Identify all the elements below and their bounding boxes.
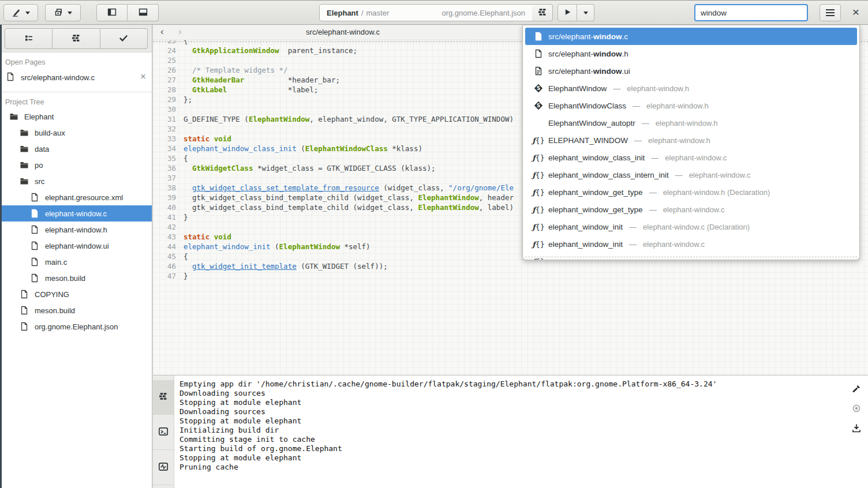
folder-icon <box>20 177 29 186</box>
file-icon <box>20 306 29 315</box>
record-button[interactable] <box>850 402 863 416</box>
search-result-item[interactable]: ElephantWindow_autoptr—elephant-window.h <box>525 114 857 132</box>
log-line: Stopping at module elephant <box>179 398 845 407</box>
search-result-item[interactable]: ƒ{}elephant_window_init—elephant-window.… <box>525 218 857 235</box>
search-result-item[interactable]: ƒ{}elephant_window_class_intern_init—ele… <box>525 166 857 183</box>
code-line-47[interactable]: 47} <box>153 271 868 281</box>
line-number: 37 <box>153 173 184 183</box>
search-result-item[interactable]: ƒ{}ELEPHANT_WINDOW—elephant-window.h <box>525 132 857 149</box>
window-edge <box>0 25 2 488</box>
result-name: elephant_window_init <box>548 240 623 249</box>
result-separator: — <box>649 205 657 214</box>
save-log-button[interactable] <box>850 422 863 436</box>
search-result-item[interactable]: src/elephant-window.c <box>525 28 857 45</box>
result-name: elephant_window_class_init <box>548 153 645 162</box>
tree-item-elephant-window-ui[interactable]: elephant-window.ui <box>0 238 152 254</box>
tree-item-meson-build[interactable]: meson.build <box>0 302 152 318</box>
toggle-bottom-panel-button[interactable] <box>128 4 159 21</box>
checkmark-icon <box>119 33 128 44</box>
tree-item-elephant[interactable]: Elephant <box>0 108 152 125</box>
close-page-icon[interactable]: × <box>140 71 146 82</box>
open-page-item[interactable]: src/elephant-window.c × <box>0 69 152 86</box>
file-icon <box>20 322 29 331</box>
toggle-left-panel-button[interactable] <box>96 4 128 21</box>
line-number: 32 <box>153 124 184 134</box>
tree-item-copying[interactable]: COPYING <box>0 286 152 302</box>
line-number: 35 <box>153 153 184 163</box>
sidebar-toggle-strip <box>0 25 152 52</box>
run-button[interactable] <box>558 4 577 21</box>
search-result-item[interactable]: src/elephant-window.h <box>525 45 857 62</box>
global-search-input[interactable] <box>694 4 808 21</box>
build-log[interactable]: Emptying app dir '/home/christian/.cache… <box>179 380 845 472</box>
build-panel-button[interactable] <box>53 28 100 49</box>
code-line-46[interactable]: 46 gtk_widget_init_template (GTK_WIDGET … <box>153 261 868 271</box>
tree-item-elephant-gresource-xml[interactable]: elephant.gresource.xml <box>0 189 152 205</box>
device-select-button[interactable] <box>45 4 81 21</box>
tree-item-build-aux[interactable]: build-aux <box>0 125 152 141</box>
pages-panel-button[interactable] <box>5 28 53 49</box>
search-result-item[interactable]: SElephantWindowClass—elephant-window.h <box>525 97 857 114</box>
search-result-item[interactable]: ƒ{}elephant_window_class_init—elephant-w… <box>525 149 857 166</box>
file-icon <box>30 241 39 250</box>
line-number: 45 <box>153 251 184 261</box>
tree-item-po[interactable]: po <box>0 157 152 173</box>
tests-panel-button[interactable] <box>100 28 148 49</box>
folder-icon <box>20 144 29 153</box>
project-tree: Elephantbuild-auxdataposrcelephant.greso… <box>0 108 152 335</box>
branch-name: master <box>366 9 390 17</box>
panel-bottom-icon <box>139 7 148 18</box>
search-result-item[interactable]: src/elephant-window.ui <box>525 62 857 80</box>
menu-button[interactable] <box>820 4 841 21</box>
result-location: elephant-window.c <box>643 240 705 249</box>
build-output-tab[interactable] <box>153 380 174 415</box>
gnome-builder-window: Elephant / master org.gnome.Elephant.jso… <box>0 0 868 488</box>
tree-item-label: data <box>35 145 49 153</box>
tree-item-org-gnome-elephant-json[interactable]: org.gnome.Elephant.json <box>0 318 152 335</box>
omnibar[interactable]: Elephant / master org.gnome.Elephant.jso… <box>319 4 533 21</box>
pages-list-icon <box>24 33 33 44</box>
search-result-item[interactable]: ƒ{}elephant_window_init—elephant-window.… <box>525 235 857 253</box>
search-result-item[interactable]: ƒ{}elephant_window_get_type—elephant-win… <box>525 183 857 201</box>
run-options-button[interactable] <box>577 4 594 21</box>
editor-mode-button[interactable] <box>3 4 38 21</box>
result-name: elephant_window_init <box>548 223 623 231</box>
result-name: ElephantWindowClass <box>548 102 626 110</box>
device-icon <box>54 7 63 18</box>
window-close-button[interactable]: × <box>847 3 865 21</box>
tree-item-label: build-aux <box>35 129 65 137</box>
forward-icon[interactable]: › <box>178 26 182 37</box>
search-result-item[interactable]: ƒ{}elephant_window_get_type—elephant-win… <box>525 201 857 218</box>
tree-item-src[interactable]: src <box>0 173 152 189</box>
panel-left-icon <box>107 7 117 18</box>
tree-item-elephant-window-c[interactable]: elephant-window.c <box>0 205 152 222</box>
file-icon <box>6 72 15 83</box>
line-number: 28 <box>153 85 184 95</box>
tree-item-label: main.c <box>45 258 67 266</box>
result-separator: — <box>651 153 659 162</box>
log-line: Downloading sources <box>179 407 845 416</box>
tree-item-label: meson.build <box>45 274 85 283</box>
class-symbol-icon: S <box>534 101 543 110</box>
record-icon <box>852 404 861 415</box>
clear-log-button[interactable] <box>850 382 863 396</box>
search-result-item[interactable]: SElephantWindow—elephant-window.h <box>525 80 857 97</box>
result-location: elephant-window.h <box>648 136 710 145</box>
svg-text:S: S <box>537 85 540 91</box>
branch-separator: / <box>361 9 364 17</box>
terminal-tab[interactable] <box>153 415 174 450</box>
build-button[interactable] <box>532 4 553 21</box>
line-number: 34 <box>153 144 184 153</box>
tree-item-main-c[interactable]: main.c <box>0 254 152 270</box>
tree-item-elephant-window-h[interactable]: elephant-window.h <box>0 222 152 238</box>
line-number: 43 <box>153 232 184 242</box>
build-config-name: org.gnome.Elephant.json <box>442 9 525 17</box>
file-icon <box>30 209 39 218</box>
result-name: ElephantWindow <box>548 84 607 93</box>
tree-item-meson-build[interactable]: meson.build <box>0 270 152 286</box>
tree-item-data[interactable]: data <box>0 141 152 157</box>
log-tab[interactable] <box>153 451 174 485</box>
back-icon[interactable]: ‹ <box>160 26 164 37</box>
tree-item-label: elephant-window.h <box>45 226 107 234</box>
line-number: 25 <box>153 55 184 65</box>
